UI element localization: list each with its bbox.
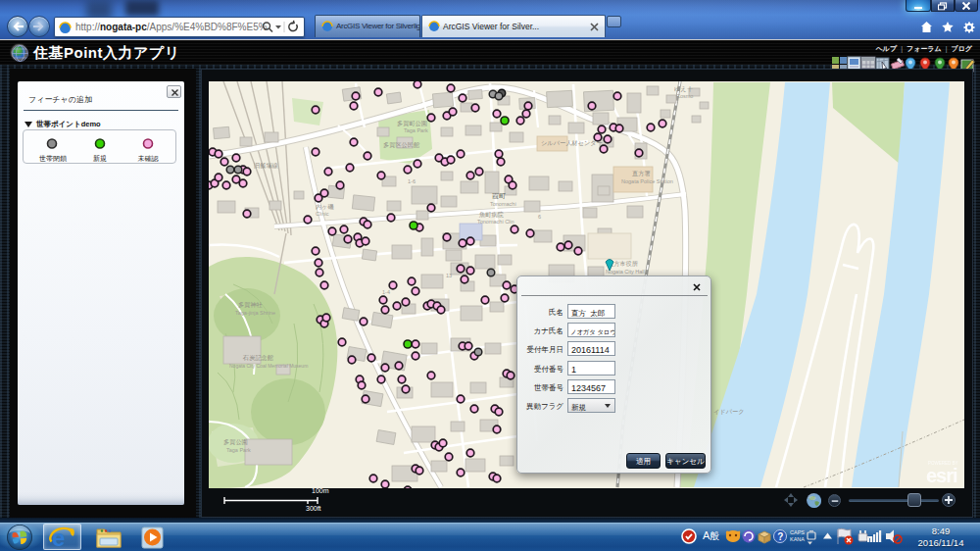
svg-text:esri: esri [926,465,957,486]
svg-text:?: ? [777,531,783,542]
svg-text:Clinic: Clinic [316,211,329,217]
svg-text:イドパーク: イドパーク [713,408,745,415]
svg-text:Taga Park: Taga Park [404,127,428,133]
svg-text:1-4: 1-4 [382,289,390,295]
svg-text:Tonomachi Clin: Tonomachi Clin [477,219,514,225]
svg-text:多賀神社: 多賀神社 [238,301,264,309]
svg-text:Nogata City Hall: Nogata City Hall [606,269,645,275]
svg-text:ゆえ十: ゆえ十 [674,85,694,92]
svg-text:魚町病院: 魚町病院 [479,211,505,219]
svg-text:13: 13 [446,273,452,278]
svg-text:シルバー人材センター: シルバー人材センター [541,139,603,147]
svg-text:多賀区公民館: 多賀区公民館 [383,141,419,149]
svg-text:1-6: 1-6 [408,178,416,184]
svg-text:Nogata City Coal Memorial Muse: Nogata City Coal Memorial Museum [229,363,308,369]
svg-text:多賀公園: 多賀公園 [223,438,248,446]
svg-text:直方署: 直方署 [632,170,651,177]
svg-text:霞町: 霞町 [492,192,506,200]
svg-text:6: 6 [538,214,541,220]
svg-text:多賀町公園: 多賀町公園 [397,120,427,127]
svg-text:旧飯塚線: 旧飯塚線 [254,162,279,170]
svg-text:Nogata Police Station: Nogata Police Station [621,178,673,184]
svg-text:内ヶ磯: 内ヶ磯 [316,203,334,210]
svg-text:Taga Park: Taga Park [226,447,251,453]
svg-text:Taga-jinja Shrine: Taga-jinja Shrine [235,310,275,316]
svg-text:Cosmo: Cosmo [676,93,693,99]
svg-text:CAPS: CAPS [790,529,805,535]
svg-text:石炭記念館: 石炭記念館 [242,354,273,362]
svg-text:KANA: KANA [790,536,805,542]
svg-text:Tonomachi: Tonomachi [490,201,516,207]
